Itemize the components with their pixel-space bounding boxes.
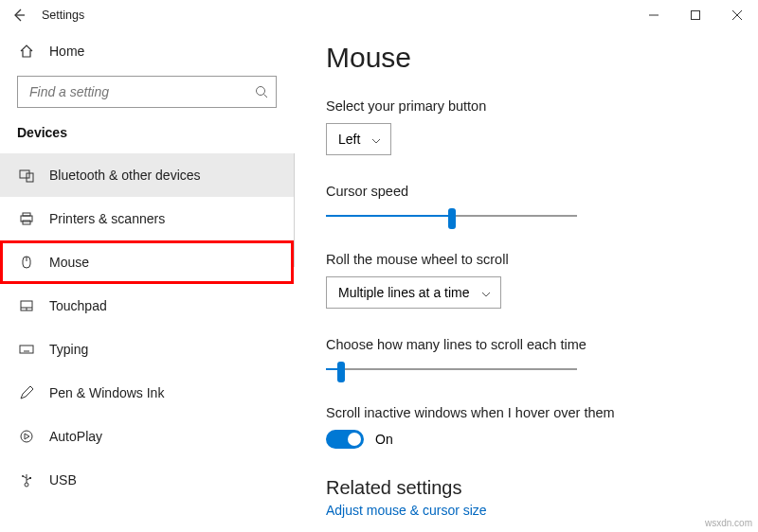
minimize-button[interactable] <box>633 2 675 28</box>
printer-icon <box>17 211 36 226</box>
maximize-icon <box>691 10 700 20</box>
slider-fill <box>326 215 452 217</box>
slider-thumb[interactable] <box>448 208 456 229</box>
sidebar-item-label: AutoPlay <box>49 429 102 444</box>
sidebar-item-label: Bluetooth & other devices <box>49 168 201 183</box>
sidebar-item-pen[interactable]: Pen & Windows Ink <box>0 371 294 415</box>
svg-rect-9 <box>23 213 30 216</box>
related-settings-heading: Related settings <box>326 477 726 499</box>
sidebar-item-autoplay[interactable]: AutoPlay <box>0 415 294 458</box>
watermark: wsxdn.com <box>705 518 752 528</box>
svg-point-4 <box>257 87 265 96</box>
wheel-mode-value: Multiple lines at a time <box>338 285 470 300</box>
touchpad-icon <box>17 298 36 313</box>
sidebar-item-label: Mouse <box>49 255 89 270</box>
sidebar-item-usb[interactable]: USB <box>0 458 294 502</box>
lines-scroll-slider[interactable] <box>326 362 577 377</box>
sidebar-item-label: USB <box>49 472 77 488</box>
adjust-cursor-size-link[interactable]: Adjust mouse & cursor size <box>326 503 726 518</box>
home-icon <box>17 44 36 59</box>
sidebar-item-label: Pen & Windows Ink <box>49 385 164 400</box>
cursor-speed-label: Cursor speed <box>326 184 726 199</box>
primary-button-label: Select your primary button <box>326 98 726 114</box>
window-title: Settings <box>42 9 84 22</box>
autoplay-icon <box>17 429 36 444</box>
svg-line-5 <box>264 95 268 98</box>
back-button[interactable] <box>6 2 32 28</box>
nav-list: Bluetooth & other devices Printers & sca… <box>0 153 294 502</box>
sidebar-item-printers[interactable]: Printers & scanners <box>0 197 294 240</box>
home-label: Home <box>49 44 84 59</box>
search-box[interactable] <box>17 76 277 108</box>
scroll-inactive-toggle[interactable] <box>326 430 364 449</box>
svg-rect-1 <box>692 11 700 20</box>
sidebar-item-label: Touchpad <box>49 298 107 313</box>
slider-thumb[interactable] <box>337 362 345 382</box>
wheel-mode-label: Roll the mouse wheel to scroll <box>326 252 726 267</box>
toggle-state-label: On <box>375 432 393 447</box>
section-heading: Devices <box>0 121 294 153</box>
sidebar-item-bluetooth[interactable]: Bluetooth & other devices <box>0 153 294 197</box>
primary-button-value: Left <box>338 132 360 147</box>
svg-point-21 <box>21 431 32 442</box>
sidebar: Home Devices Bluetooth & other devices P… <box>0 30 294 532</box>
mouse-icon <box>17 255 36 270</box>
sidebar-item-typing[interactable]: Typing <box>0 328 294 371</box>
maximize-button[interactable] <box>675 2 716 28</box>
search-input[interactable] <box>27 83 255 100</box>
chevron-down-icon <box>371 132 381 147</box>
pen-icon <box>17 385 36 400</box>
usb-icon <box>17 472 36 488</box>
svg-rect-25 <box>29 477 31 479</box>
keyboard-icon <box>17 342 36 357</box>
scroll-inactive-label: Scroll inactive windows when I hover ove… <box>326 405 726 420</box>
svg-rect-16 <box>20 346 33 353</box>
sidebar-item-mouse[interactable]: Mouse <box>0 240 294 284</box>
svg-point-22 <box>25 483 28 487</box>
sidebar-item-label: Typing <box>49 342 88 357</box>
sidebar-item-label: Printers & scanners <box>49 211 165 226</box>
back-arrow-icon <box>12 9 26 22</box>
toggle-knob <box>348 433 361 446</box>
home-nav[interactable]: Home <box>0 30 294 72</box>
devices-icon <box>17 168 36 183</box>
slider-track <box>326 368 577 370</box>
minimize-icon <box>649 10 659 20</box>
cursor-speed-slider[interactable] <box>326 208 577 223</box>
sidebar-item-touchpad[interactable]: Touchpad <box>0 284 294 328</box>
content-panel: Mouse Select your primary button Left Cu… <box>294 30 758 532</box>
svg-rect-6 <box>20 170 29 178</box>
search-icon <box>255 85 268 98</box>
chevron-down-icon <box>481 285 491 300</box>
close-button[interactable] <box>716 2 758 28</box>
primary-button-dropdown[interactable]: Left <box>326 123 391 155</box>
lines-scroll-label: Choose how many lines to scroll each tim… <box>326 337 726 352</box>
svg-point-24 <box>22 475 24 477</box>
close-icon <box>732 10 742 20</box>
wheel-mode-dropdown[interactable]: Multiple lines at a time <box>326 276 501 309</box>
page-title: Mouse <box>326 42 726 74</box>
titlebar: Settings <box>0 0 758 30</box>
